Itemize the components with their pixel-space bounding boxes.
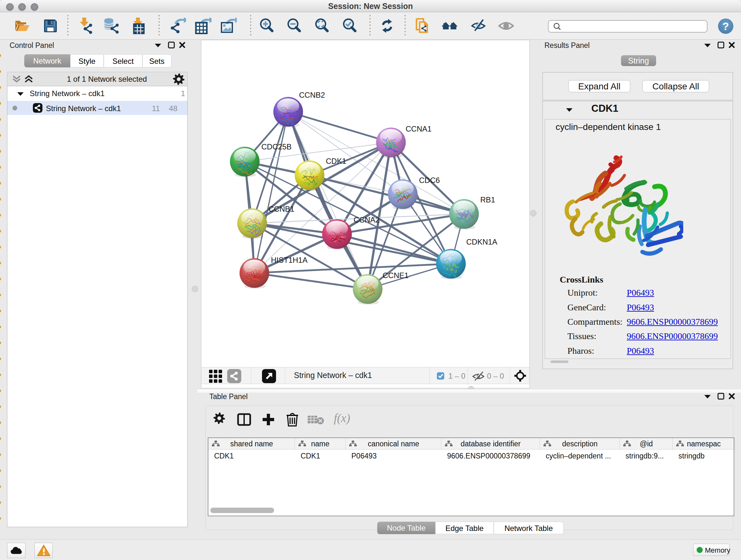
svg-text:CCNB1: CCNB1 <box>268 205 294 213</box>
svg-text:CCNA1: CCNA1 <box>406 125 431 133</box>
svg-text:CDC6: CDC6 <box>419 176 440 185</box>
svg-text:CDKN1A: CDKN1A <box>466 238 497 246</box>
svg-text:CCNB2: CCNB2 <box>299 91 325 99</box>
svg-text:CDC25B: CDC25B <box>261 142 292 151</box>
svg-text:RB1: RB1 <box>480 195 495 204</box>
svg-text:HIST1H1A: HIST1H1A <box>271 256 308 264</box>
svg-text:CCNA2: CCNA2 <box>354 215 380 224</box>
svg-text:CCNE1: CCNE1 <box>383 271 408 280</box>
svg-text:CDK1: CDK1 <box>326 157 346 165</box>
